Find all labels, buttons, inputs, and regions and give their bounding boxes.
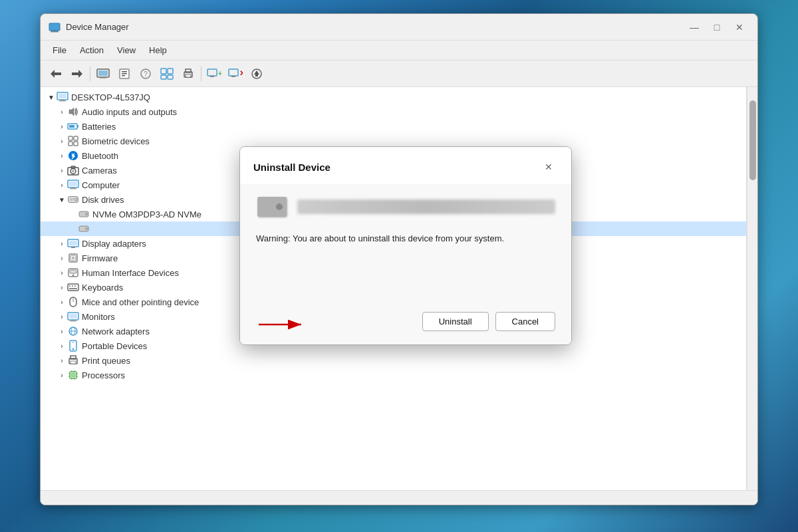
computer-expand-icon[interactable]: › — [57, 180, 67, 190]
firmware-expand-icon[interactable]: › — [57, 253, 67, 263]
svg-rect-55 — [68, 197, 78, 202]
svg-rect-34 — [59, 94, 66, 98]
tree-item-batteries[interactable]: › Batteries — [41, 119, 746, 134]
print-button[interactable] — [178, 65, 198, 83]
help-button[interactable]: ? — [136, 65, 156, 83]
diskdrives-label: Disk drives — [82, 195, 124, 205]
dialog-title: Uninstall Device — [253, 162, 331, 173]
monitors-label: Monitors — [82, 312, 115, 322]
back-button[interactable] — [46, 65, 66, 83]
svg-rect-6 — [72, 72, 78, 75]
cameras-label: Cameras — [82, 166, 117, 176]
svg-rect-23 — [186, 74, 191, 77]
nvme2-icon — [78, 223, 90, 235]
tree-root[interactable]: ▼ DESKTOP-4L537JQ — [41, 90, 746, 104]
svg-rect-39 — [69, 125, 74, 128]
toolbar-sep-2 — [201, 66, 201, 81]
bluetooth-expand-icon[interactable]: › — [57, 150, 67, 161]
cancel-button[interactable]: Cancel — [495, 312, 555, 331]
audio-expand-icon[interactable]: › — [57, 106, 67, 117]
minimize-button[interactable]: — — [684, 19, 704, 35]
add-device-button[interactable]: + — [204, 65, 224, 83]
svg-rect-90 — [70, 356, 76, 359]
svg-rect-43 — [68, 142, 72, 146]
biometric-label: Biometric devices — [82, 136, 150, 146]
svg-rect-51 — [69, 182, 77, 186]
device-row — [256, 195, 555, 219]
svg-rect-58 — [70, 200, 72, 201]
menu-help[interactable]: Help — [142, 43, 174, 58]
maximize-button[interactable]: □ — [707, 19, 727, 35]
bluetooth-label: Bluetooth — [82, 151, 118, 161]
menu-action[interactable]: Action — [73, 43, 110, 58]
svg-rect-76 — [69, 288, 77, 289]
nvme1-icon — [78, 208, 90, 220]
window-title: Device Manager — [66, 22, 684, 32]
batteries-label: Batteries — [82, 122, 116, 132]
firmware-label: Firmware — [82, 253, 118, 263]
svg-point-71 — [72, 275, 74, 277]
svg-rect-10 — [100, 78, 106, 78]
svg-rect-27 — [229, 69, 238, 76]
scrollbar[interactable] — [747, 87, 757, 490]
update-driver-button[interactable] — [247, 65, 267, 83]
toolbar-sep-1 — [90, 66, 90, 81]
portable-icon — [67, 340, 79, 352]
svg-rect-19 — [161, 75, 166, 79]
tree-item-audio[interactable]: › Audio inputs and outputs — [41, 104, 746, 119]
processors-expand-icon[interactable]: › — [57, 370, 67, 380]
svg-rect-80 — [69, 314, 77, 319]
svg-rect-12 — [122, 71, 127, 72]
svg-rect-18 — [168, 68, 173, 74]
computer-icon — [57, 91, 68, 103]
svg-rect-44 — [74, 142, 78, 146]
monitors-expand-icon[interactable]: › — [57, 311, 67, 322]
properties-button[interactable] — [114, 65, 134, 83]
uninstall-button[interactable]: Uninstall — [422, 312, 489, 331]
processors-label: Processors — [82, 370, 125, 380]
remove-device-button[interactable]: ✕ — [225, 65, 245, 83]
batteries-expand-icon[interactable]: › — [57, 121, 67, 132]
svg-rect-13 — [122, 73, 127, 74]
tree-item-printqueues[interactable]: › Print queues — [41, 353, 746, 368]
svg-rect-82 — [70, 321, 76, 322]
monitors-icon — [67, 311, 79, 323]
cameras-expand-icon[interactable]: › — [57, 165, 67, 176]
scrollbar-thumb[interactable] — [749, 100, 756, 180]
printqueues-expand-icon[interactable]: › — [57, 355, 67, 366]
forward-button[interactable] — [67, 65, 87, 83]
portable-expand-icon[interactable]: › — [57, 340, 67, 351]
svg-marker-5 — [78, 70, 82, 78]
close-button[interactable]: ✕ — [730, 19, 749, 35]
display-expand-icon[interactable]: › — [57, 238, 67, 249]
dialog-title-bar: Uninstall Device ✕ — [240, 147, 571, 184]
network-icon — [67, 325, 79, 337]
biometric-expand-icon[interactable]: › — [57, 136, 67, 146]
tree-item-processors[interactable]: › Processors — [41, 368, 746, 382]
root-expand-icon[interactable]: ▼ — [46, 92, 57, 102]
dialog-body: Warning: You are about to uninstall this… — [240, 184, 571, 304]
svg-rect-65 — [71, 247, 75, 248]
keyboards-expand-icon[interactable]: › — [57, 282, 67, 293]
window-icon — [49, 21, 61, 33]
diskdrives-expand-icon[interactable]: ▼ — [57, 194, 67, 205]
computer-view-button[interactable] — [93, 65, 113, 83]
svg-rect-61 — [79, 226, 88, 231]
network-expand-icon[interactable]: › — [57, 326, 67, 336]
display-label: Display adapters — [82, 239, 146, 249]
toolbar: ? + — [41, 61, 757, 87]
svg-rect-73 — [69, 285, 70, 287]
menu-file[interactable]: File — [46, 43, 73, 58]
svg-rect-64 — [69, 241, 77, 245]
menu-view[interactable]: View — [110, 43, 142, 58]
root-label: DESKTOP-4L537JQ — [71, 92, 150, 102]
devicemgr-view-button[interactable] — [157, 65, 177, 83]
dialog-close-button[interactable]: ✕ — [539, 158, 558, 176]
hid-expand-icon[interactable]: › — [57, 267, 67, 278]
battery-icon — [67, 120, 79, 132]
computer-label: Computer — [82, 180, 120, 190]
svg-point-48 — [72, 170, 74, 173]
mice-expand-icon[interactable]: › — [57, 297, 67, 307]
audio-label: Audio inputs and outputs — [82, 107, 177, 117]
svg-rect-2 — [51, 31, 59, 33]
